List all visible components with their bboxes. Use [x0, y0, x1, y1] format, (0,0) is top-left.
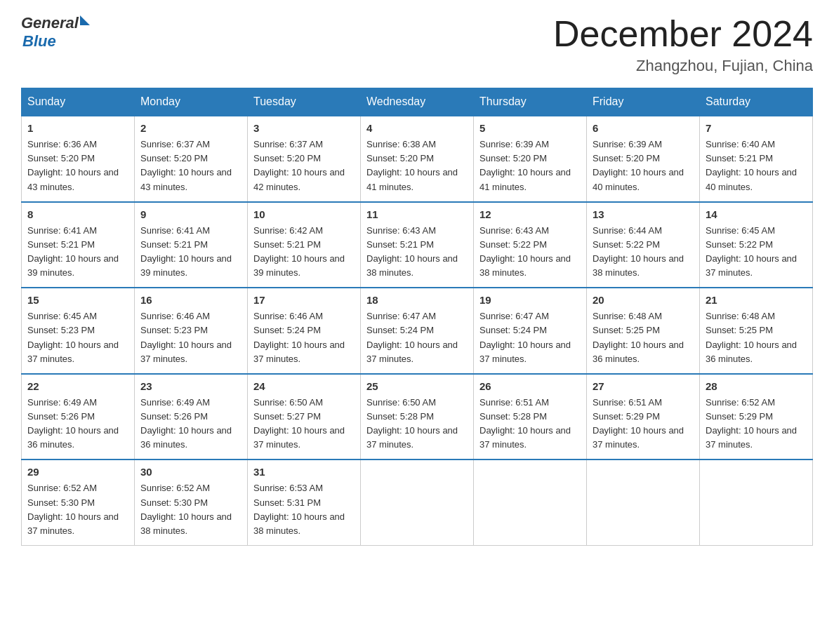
day-number: 17: [253, 294, 355, 306]
header-wednesday: Wednesday: [361, 88, 474, 116]
calendar-cell: 21Sunrise: 6:48 AMSunset: 5:25 PMDayligh…: [700, 288, 813, 374]
day-info: Sunrise: 6:53 AMSunset: 5:31 PMDaylight:…: [253, 481, 355, 538]
calendar-cell: 11Sunrise: 6:43 AMSunset: 5:21 PMDayligh…: [361, 202, 474, 288]
day-number: 24: [253, 380, 355, 392]
day-info: Sunrise: 6:49 AMSunset: 5:26 PMDaylight:…: [140, 396, 241, 452]
calendar-cell: 29Sunrise: 6:52 AMSunset: 5:30 PMDayligh…: [22, 459, 135, 545]
day-info: Sunrise: 6:41 AMSunset: 5:21 PMDaylight:…: [140, 224, 241, 281]
header-sunday: Sunday: [22, 88, 135, 116]
day-info: Sunrise: 6:48 AMSunset: 5:25 PMDaylight:…: [593, 309, 694, 366]
day-info: Sunrise: 6:52 AMSunset: 5:29 PMDaylight:…: [706, 396, 807, 452]
calendar-cell: 1Sunrise: 6:36 AMSunset: 5:20 PMDaylight…: [22, 116, 135, 202]
day-info: Sunrise: 6:45 AMSunset: 5:23 PMDaylight:…: [27, 309, 128, 366]
day-number: 4: [366, 122, 468, 134]
day-number: 3: [253, 122, 355, 134]
day-info: Sunrise: 6:48 AMSunset: 5:25 PMDaylight:…: [706, 309, 807, 366]
day-number: 22: [27, 380, 128, 392]
header-monday: Monday: [135, 88, 248, 116]
day-info: Sunrise: 6:44 AMSunset: 5:22 PMDaylight:…: [593, 224, 694, 281]
day-number: 11: [366, 208, 468, 220]
title-area: December 2024 Zhangzhou, Fujian, China: [553, 14, 813, 75]
day-info: Sunrise: 6:43 AMSunset: 5:22 PMDaylight:…: [479, 224, 581, 281]
location-subtitle: Zhangzhou, Fujian, China: [553, 57, 813, 75]
calendar-cell: 10Sunrise: 6:42 AMSunset: 5:21 PMDayligh…: [248, 202, 361, 288]
calendar-cell: [361, 459, 474, 545]
calendar-cell: 15Sunrise: 6:45 AMSunset: 5:23 PMDayligh…: [22, 288, 135, 374]
day-number: 16: [140, 294, 241, 306]
header-saturday: Saturday: [700, 88, 813, 116]
day-number: 19: [479, 294, 581, 306]
calendar-cell: 25Sunrise: 6:50 AMSunset: 5:28 PMDayligh…: [361, 374, 474, 460]
day-number: 20: [593, 294, 694, 306]
calendar-header-row: SundayMondayTuesdayWednesdayThursdayFrid…: [22, 88, 813, 116]
day-number: 29: [27, 466, 128, 478]
calendar-cell: 12Sunrise: 6:43 AMSunset: 5:22 PMDayligh…: [474, 202, 587, 288]
calendar-cell: 2Sunrise: 6:37 AMSunset: 5:20 PMDaylight…: [135, 116, 248, 202]
day-number: 12: [479, 208, 581, 220]
day-info: Sunrise: 6:47 AMSunset: 5:24 PMDaylight:…: [366, 309, 468, 366]
day-info: Sunrise: 6:39 AMSunset: 5:20 PMDaylight:…: [479, 137, 581, 194]
day-info: Sunrise: 6:37 AMSunset: 5:20 PMDaylight:…: [140, 137, 241, 194]
day-info: Sunrise: 6:50 AMSunset: 5:27 PMDaylight:…: [253, 396, 355, 452]
calendar-cell: 26Sunrise: 6:51 AMSunset: 5:28 PMDayligh…: [474, 374, 587, 460]
calendar-cell: 9Sunrise: 6:41 AMSunset: 5:21 PMDaylight…: [135, 202, 248, 288]
day-number: 1: [27, 122, 128, 134]
calendar-cell: 16Sunrise: 6:46 AMSunset: 5:23 PMDayligh…: [135, 288, 248, 374]
month-year-title: December 2024: [553, 14, 813, 54]
day-number: 15: [27, 294, 128, 306]
day-number: 14: [706, 208, 807, 220]
day-number: 23: [140, 380, 241, 392]
day-info: Sunrise: 6:37 AMSunset: 5:20 PMDaylight:…: [253, 137, 355, 194]
calendar-cell: 28Sunrise: 6:52 AMSunset: 5:29 PMDayligh…: [700, 374, 813, 460]
day-info: Sunrise: 6:41 AMSunset: 5:21 PMDaylight:…: [27, 224, 128, 281]
day-info: Sunrise: 6:52 AMSunset: 5:30 PMDaylight:…: [27, 481, 128, 538]
day-number: 30: [140, 466, 241, 478]
day-number: 31: [253, 466, 355, 478]
day-info: Sunrise: 6:46 AMSunset: 5:23 PMDaylight:…: [140, 309, 241, 366]
day-info: Sunrise: 6:38 AMSunset: 5:20 PMDaylight:…: [366, 137, 468, 194]
calendar-cell: 23Sunrise: 6:49 AMSunset: 5:26 PMDayligh…: [135, 374, 248, 460]
calendar-cell: 18Sunrise: 6:47 AMSunset: 5:24 PMDayligh…: [361, 288, 474, 374]
day-number: 9: [140, 208, 241, 220]
day-number: 26: [479, 380, 581, 392]
calendar-cell: 3Sunrise: 6:37 AMSunset: 5:20 PMDaylight…: [248, 116, 361, 202]
calendar-cell: 14Sunrise: 6:45 AMSunset: 5:22 PMDayligh…: [700, 202, 813, 288]
day-number: 2: [140, 122, 241, 134]
day-info: Sunrise: 6:42 AMSunset: 5:21 PMDaylight:…: [253, 224, 355, 281]
calendar-cell: 4Sunrise: 6:38 AMSunset: 5:20 PMDaylight…: [361, 116, 474, 202]
day-info: Sunrise: 6:49 AMSunset: 5:26 PMDaylight:…: [27, 396, 128, 452]
day-info: Sunrise: 6:47 AMSunset: 5:24 PMDaylight:…: [479, 309, 581, 366]
calendar-table: SundayMondayTuesdayWednesdayThursdayFrid…: [21, 88, 813, 546]
calendar-cell: 22Sunrise: 6:49 AMSunset: 5:26 PMDayligh…: [22, 374, 135, 460]
calendar-cell: 7Sunrise: 6:40 AMSunset: 5:21 PMDaylight…: [700, 116, 813, 202]
day-number: 28: [706, 380, 807, 392]
calendar-cell: 30Sunrise: 6:52 AMSunset: 5:30 PMDayligh…: [135, 459, 248, 545]
calendar-cell: 20Sunrise: 6:48 AMSunset: 5:25 PMDayligh…: [587, 288, 700, 374]
day-info: Sunrise: 6:45 AMSunset: 5:22 PMDaylight:…: [706, 224, 807, 281]
day-info: Sunrise: 6:39 AMSunset: 5:20 PMDaylight:…: [593, 137, 694, 194]
day-number: 25: [366, 380, 468, 392]
calendar-cell: 8Sunrise: 6:41 AMSunset: 5:21 PMDaylight…: [22, 202, 135, 288]
day-number: 5: [479, 122, 581, 134]
header-friday: Friday: [587, 88, 700, 116]
day-info: Sunrise: 6:43 AMSunset: 5:21 PMDaylight:…: [366, 224, 468, 281]
calendar-cell: [700, 459, 813, 545]
header-tuesday: Tuesday: [248, 88, 361, 116]
calendar-cell: 5Sunrise: 6:39 AMSunset: 5:20 PMDaylight…: [474, 116, 587, 202]
calendar-week-row: 22Sunrise: 6:49 AMSunset: 5:26 PMDayligh…: [22, 374, 813, 460]
day-number: 7: [706, 122, 807, 134]
day-number: 13: [593, 208, 694, 220]
day-number: 18: [366, 294, 468, 306]
day-info: Sunrise: 6:52 AMSunset: 5:30 PMDaylight:…: [140, 481, 241, 538]
calendar-week-row: 8Sunrise: 6:41 AMSunset: 5:21 PMDaylight…: [22, 202, 813, 288]
calendar-cell: [474, 459, 587, 545]
day-info: Sunrise: 6:46 AMSunset: 5:24 PMDaylight:…: [253, 309, 355, 366]
page-header: General Blue December 2024 Zhangzhou, Fu…: [21, 14, 813, 75]
logo-triangle-icon: [80, 15, 90, 25]
day-number: 8: [27, 208, 128, 220]
calendar-cell: 31Sunrise: 6:53 AMSunset: 5:31 PMDayligh…: [248, 459, 361, 545]
calendar-week-row: 15Sunrise: 6:45 AMSunset: 5:23 PMDayligh…: [22, 288, 813, 374]
day-number: 21: [706, 294, 807, 306]
day-number: 6: [593, 122, 694, 134]
calendar-week-row: 29Sunrise: 6:52 AMSunset: 5:30 PMDayligh…: [22, 459, 813, 545]
